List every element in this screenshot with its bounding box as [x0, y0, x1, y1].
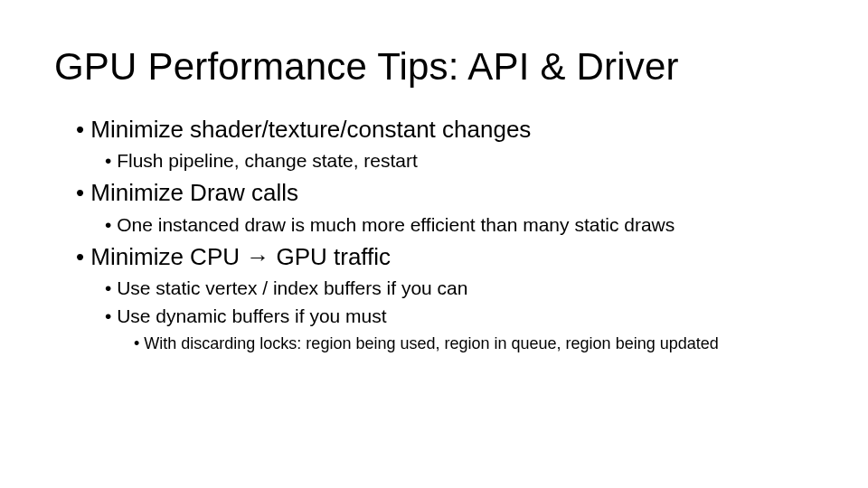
slide-title: GPU Performance Tips: API & Driver: [54, 45, 814, 89]
bullet-l2: Use dynamic buffers if you must: [54, 303, 814, 329]
bullet-block-2: Minimize CPU → GPU traffic Use static ve…: [54, 241, 814, 355]
bullet-l1: Minimize Draw calls: [54, 177, 814, 209]
bullet-l1: Minimize shader/texture/constant changes: [54, 114, 814, 145]
bullet-l1: Minimize CPU → GPU traffic: [54, 241, 814, 273]
bullet-l3: With discarding locks: region being used…: [54, 332, 814, 355]
bullet-block-1: Minimize Draw calls One instanced draw i…: [54, 177, 814, 237]
bullet-l2: One instanced draw is much more efficien…: [54, 211, 814, 238]
bullet-l2: Flush pipeline, change state, restart: [54, 147, 814, 174]
slide: GPU Performance Tips: API & Driver Minim…: [0, 0, 868, 488]
bullet-l2: Use static vertex / index buffers if you…: [54, 275, 814, 301]
bullet-block-0: Minimize shader/texture/constant changes…: [54, 114, 814, 174]
